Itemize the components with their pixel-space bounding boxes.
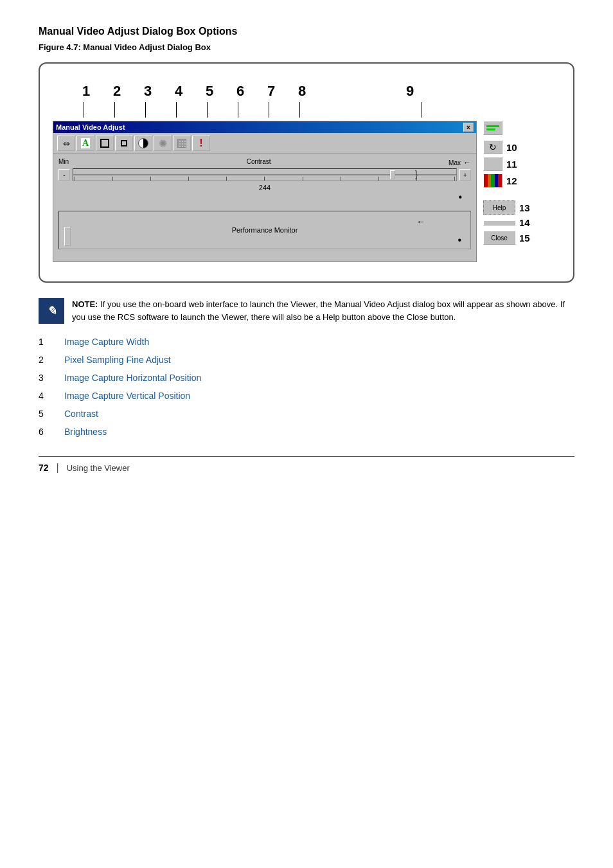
num-label-8: 8 xyxy=(287,83,317,100)
refresh-button[interactable]: ↻ xyxy=(483,140,502,154)
refresh-icon: ↻ xyxy=(489,142,497,152)
num-13: 13 xyxy=(519,202,530,213)
dialog-row: Manual Video Adjust × ⇔ A xyxy=(53,121,560,262)
max-button[interactable]: + xyxy=(459,169,471,181)
toolbar-btn-small-square[interactable] xyxy=(115,136,133,151)
note-body: If you use the on-board web interface to… xyxy=(72,299,565,322)
perf-arrow: ← xyxy=(416,217,425,227)
list-item-1: 1 Image Capture Width xyxy=(39,337,574,347)
toolbar-btn-half-circle[interactable] xyxy=(134,136,152,151)
num-label-3: 3 xyxy=(132,83,163,100)
dialog-titlebar: Manual Video Adjust × xyxy=(53,121,476,133)
arrows-icon: ⇔ xyxy=(63,139,70,148)
slider-thumb[interactable] xyxy=(390,170,395,179)
sun-icon: ✺ xyxy=(159,137,167,150)
footer-link[interactable]: Using the Viewer xyxy=(67,463,130,473)
page-footer: 72 | Using the Viewer xyxy=(39,456,574,474)
square-icon xyxy=(100,139,109,148)
list-text-1: Image Capture Width xyxy=(64,337,149,347)
toolbar-btn-arrows[interactable]: ⇔ xyxy=(57,136,75,151)
dialog-title: Manual Video Adjust xyxy=(56,123,125,131)
exclaim-icon: ! xyxy=(199,137,202,149)
toolbar-btn-exclaim[interactable]: ! xyxy=(192,136,210,151)
list-item-5: 5 Contrast xyxy=(39,409,574,419)
annotated-row-13: Help 13 xyxy=(483,200,560,215)
num-14: 14 xyxy=(519,217,530,228)
num-11: 11 xyxy=(506,159,517,170)
num-12: 12 xyxy=(506,175,517,186)
close-main-button[interactable]: Close xyxy=(483,231,515,245)
dialog-box-outer: 1 2 3 4 5 6 7 8 9 xyxy=(39,62,574,283)
dialog-toolbar: ⇔ A ✺ xyxy=(53,133,476,154)
page-number: 72 xyxy=(39,463,49,473)
min-label: Min xyxy=(58,158,69,167)
list-text-3: Image Capture Horizontal Position xyxy=(64,373,201,383)
dialog-close-button[interactable]: × xyxy=(463,123,474,132)
grid-icon xyxy=(177,139,186,148)
num-label-9: 9 xyxy=(395,83,425,100)
num-label-1: 1 xyxy=(71,83,102,100)
list-item-3: 3 Image Capture Horizontal Position xyxy=(39,373,574,383)
list-item-2: 2 Pixel Sampling Fine Adjust xyxy=(39,355,574,365)
contrast-header-row: Min Contrast Max ← xyxy=(58,158,471,167)
note-box: ✎ NOTE: If you use the on-board web inte… xyxy=(39,298,574,324)
annotated-row-11: 11 xyxy=(483,157,560,171)
num-label-5: 5 xyxy=(194,83,225,100)
list-num-5: 5 xyxy=(39,409,51,419)
slider-bracket: } xyxy=(415,169,418,179)
dialog-main: Manual Video Adjust × ⇔ A xyxy=(53,121,477,262)
note-text: NOTE: If you use the on-board web interf… xyxy=(72,298,574,323)
perf-slider[interactable] xyxy=(64,227,71,246)
slider-value: 244 xyxy=(58,184,471,191)
list-text-6: Brightness xyxy=(64,427,107,437)
annotated-row-10: ↻ 10 xyxy=(483,140,560,154)
section-title: Manual Video Adjust Dialog Box Options xyxy=(39,26,574,37)
small-square-icon xyxy=(121,140,127,146)
num-label-6: 6 xyxy=(225,83,256,100)
list-num-1: 1 xyxy=(39,337,51,347)
list-num-3: 3 xyxy=(39,373,51,383)
toolbar-btn-square[interactable] xyxy=(96,136,114,151)
toolbar-btn-sun[interactable]: ✺ xyxy=(154,136,172,151)
footer-pipe: | xyxy=(57,462,59,474)
slider-row: - xyxy=(58,168,471,181)
slider-track xyxy=(73,174,456,175)
half-circle-icon xyxy=(138,138,148,148)
perf-monitor-area: Performance Monitor ← • xyxy=(58,211,471,249)
list-section: 1 Image Capture Width 2 Pixel Sampling F… xyxy=(39,337,574,437)
note-icon: ✎ xyxy=(39,298,64,324)
blank-btn-11[interactable] xyxy=(483,157,502,171)
contrast-area: Min Contrast Max ← - xyxy=(53,154,476,207)
tick-marks-group xyxy=(73,177,456,181)
annotated-row-no-num xyxy=(483,121,560,135)
perf-monitor-label: Performance Monitor xyxy=(232,226,298,234)
min-button[interactable]: - xyxy=(58,169,70,181)
green-bar-icon xyxy=(486,125,499,130)
list-item-6: 6 Brightness xyxy=(39,427,574,437)
num-15: 15 xyxy=(519,233,530,244)
list-text-4: Image Capture Vertical Position xyxy=(64,391,190,401)
annotated-row-12: 12 xyxy=(483,173,560,188)
list-text-5: Contrast xyxy=(64,409,98,419)
dot-indicator: • xyxy=(58,191,471,203)
num-label-4: 4 xyxy=(163,83,194,100)
contrast-label: Contrast xyxy=(247,158,271,167)
numbers-row: 1 2 3 4 5 6 7 8 9 xyxy=(53,83,560,118)
toolbar-btn-grid[interactable] xyxy=(173,136,191,151)
font-icon: A xyxy=(81,138,90,148)
colorbars-button[interactable] xyxy=(483,173,502,188)
annotated-row-14: 14 xyxy=(483,217,560,228)
list-item-4: 4 Image Capture Vertical Position xyxy=(39,391,574,401)
annotated-row-15: Close 15 xyxy=(483,231,560,245)
perf-dot: • xyxy=(458,235,461,246)
help-button[interactable]: Help xyxy=(483,200,515,215)
blank-btn-14[interactable] xyxy=(483,220,515,226)
toolbar-btn-font[interactable]: A xyxy=(76,136,94,151)
green-bar-button[interactable] xyxy=(483,121,502,135)
num-label-7: 7 xyxy=(256,83,287,100)
contrast-slider-container[interactable]: } xyxy=(73,168,457,181)
list-text-2: Pixel Sampling Fine Adjust xyxy=(64,355,171,365)
note-icon-symbol: ✎ xyxy=(47,304,57,318)
num-10: 10 xyxy=(506,142,517,153)
note-bold: NOTE: xyxy=(72,299,98,309)
